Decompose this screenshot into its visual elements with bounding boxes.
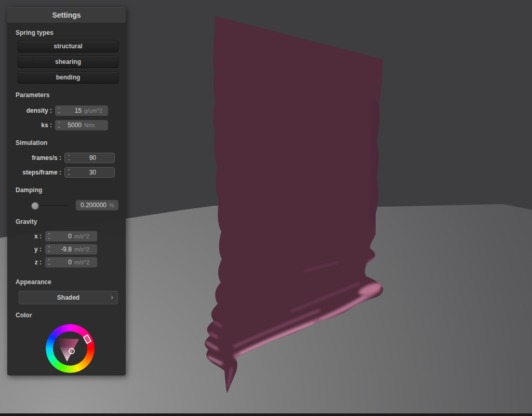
gravity-y-row: y : ⌃ ⌄ -9.8 m/s^2 bbox=[16, 244, 126, 254]
color-wheel[interactable] bbox=[46, 324, 95, 373]
density-value: 15 bbox=[63, 107, 82, 114]
spinner-down-icon[interactable]: ⌄ bbox=[67, 158, 71, 160]
ks-row: ks : ⌃ ⌄ 5000 N/m bbox=[16, 120, 126, 130]
steps-row: steps/frame : ⌃ ⌄ 30 bbox=[16, 167, 126, 178]
settings-panel: Settings Spring types structural shearin… bbox=[7, 7, 126, 375]
spring-shearing-button[interactable]: shearing bbox=[18, 56, 118, 68]
frames-input[interactable]: ⌃ ⌄ 90 bbox=[64, 153, 115, 163]
gravity-z-stepper[interactable]: ⌃ ⌄ bbox=[45, 260, 53, 265]
damping-heading: Damping bbox=[16, 186, 117, 194]
damping-slider-handle[interactable] bbox=[31, 202, 39, 210]
damping-slider[interactable] bbox=[31, 205, 69, 206]
gravity-x-stepper[interactable]: ⌃ ⌄ bbox=[45, 234, 53, 239]
appearance-selected: Shaded bbox=[57, 294, 79, 301]
gravity-y-input[interactable]: ⌃ ⌄ -9.8 m/s^2 bbox=[45, 244, 97, 254]
ks-label: ks : bbox=[16, 122, 52, 129]
gravity-y-label: y : bbox=[16, 246, 42, 253]
steps-label: steps/frame : bbox=[16, 169, 61, 176]
spinner-down-icon[interactable]: ⌄ bbox=[67, 172, 71, 175]
frames-stepper[interactable]: ⌃ ⌄ bbox=[65, 155, 73, 160]
damping-value: 0.200000 bbox=[76, 202, 107, 209]
floor-edge bbox=[0, 413, 532, 416]
hue-selector-icon[interactable] bbox=[84, 335, 91, 344]
gravity-heading: Gravity bbox=[16, 218, 117, 225]
gravity-z-unit: m/s^2 bbox=[72, 259, 97, 265]
gravity-x-unit: m/s^2 bbox=[72, 233, 97, 239]
damping-unit: % bbox=[107, 202, 115, 208]
gravity-x-label: x : bbox=[16, 233, 42, 240]
hsv-triangle[interactable] bbox=[46, 324, 95, 373]
gravity-z-input[interactable]: ⌃ ⌄ 0 m/s^2 bbox=[45, 257, 97, 267]
spring-types-heading: Spring types bbox=[16, 29, 117, 36]
damping-row: 0.200000 % bbox=[31, 200, 126, 210]
panel-titlebar[interactable]: Settings bbox=[7, 7, 126, 23]
ks-unit: N/m bbox=[82, 122, 108, 128]
spinner-down-icon[interactable]: ⌄ bbox=[57, 125, 61, 128]
ks-value: 5000 bbox=[63, 122, 82, 129]
parameters-heading: Parameters bbox=[16, 91, 117, 99]
gravity-z-label: z : bbox=[16, 259, 42, 266]
steps-input[interactable]: ⌃ ⌄ 30 bbox=[64, 167, 115, 178]
density-stepper[interactable]: ⌃ ⌄ bbox=[55, 108, 63, 113]
gravity-y-stepper[interactable]: ⌃ ⌄ bbox=[45, 247, 53, 252]
steps-value: 30 bbox=[73, 169, 96, 176]
gravity-z-row: z : ⌃ ⌄ 0 m/s^2 bbox=[16, 257, 126, 267]
color-heading: Color bbox=[16, 312, 117, 319]
app-window: { "panel": { "title": "Settings", "sprin… bbox=[0, 0, 532, 416]
gravity-y-value: -9.8 bbox=[53, 246, 72, 253]
appearance-heading: Appearance bbox=[16, 278, 117, 286]
spinner-down-icon[interactable]: ⌄ bbox=[57, 111, 61, 113]
damping-value-box[interactable]: 0.200000 % bbox=[76, 200, 118, 210]
panel-title: Settings bbox=[52, 11, 81, 19]
density-input[interactable]: ⌃ ⌄ 15 g/cm^2 bbox=[55, 105, 108, 116]
gravity-x-value: 0 bbox=[53, 233, 72, 240]
frames-value: 90 bbox=[73, 154, 96, 162]
gravity-x-row: x : ⌃ ⌄ 0 m/s^2 bbox=[16, 231, 126, 241]
gravity-x-input[interactable]: ⌃ ⌄ 0 m/s^2 bbox=[45, 231, 97, 241]
gravity-y-unit: m/s^2 bbox=[72, 246, 97, 252]
spring-structural-button[interactable]: structural bbox=[18, 40, 118, 52]
steps-stepper[interactable]: ⌃ ⌄ bbox=[65, 170, 73, 175]
ks-stepper[interactable]: ⌃ ⌄ bbox=[55, 123, 63, 128]
density-label: density : bbox=[16, 107, 52, 114]
frames-label: frames/s : bbox=[16, 154, 61, 162]
frames-row: frames/s : ⌃ ⌄ 90 bbox=[16, 153, 126, 163]
density-row: density : ⌃ ⌄ 15 g/cm^2 bbox=[16, 105, 126, 116]
spinner-down-icon[interactable]: ⌄ bbox=[47, 262, 51, 265]
density-unit: g/cm^2 bbox=[82, 108, 108, 114]
simulation-heading: Simulation bbox=[16, 139, 117, 146]
spinner-down-icon[interactable]: ⌄ bbox=[47, 249, 51, 252]
ks-input[interactable]: ⌃ ⌄ 5000 N/m bbox=[55, 120, 108, 130]
spring-bending-button[interactable]: bending bbox=[18, 71, 118, 84]
chevron-right-icon: › bbox=[111, 293, 113, 301]
gravity-z-value: 0 bbox=[53, 259, 72, 266]
appearance-dropdown[interactable]: Shaded › bbox=[19, 291, 118, 304]
spinner-down-icon[interactable]: ⌄ bbox=[47, 236, 51, 239]
